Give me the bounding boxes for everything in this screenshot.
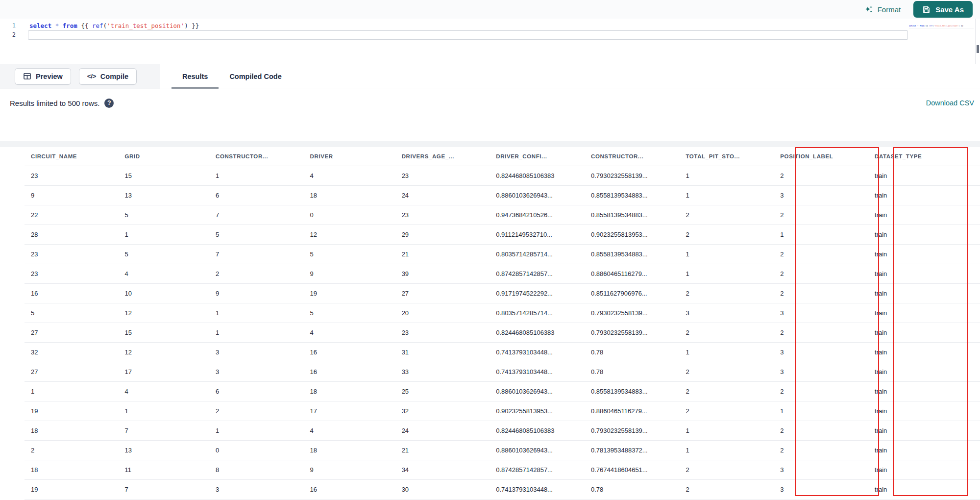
cell: 0.8511627906976... <box>585 283 679 303</box>
format-button[interactable]: Format <box>864 5 901 14</box>
cell: 3 <box>679 303 774 323</box>
cell: 7 <box>118 479 209 499</box>
cell: 2 <box>679 225 774 244</box>
cell: 18 <box>304 185 395 205</box>
editor-scrollbar[interactable] <box>975 19 976 64</box>
cell: 27 <box>395 283 490 303</box>
question-mark-circle-icon[interactable]: ? <box>104 99 114 108</box>
cell: 10 <box>118 283 209 303</box>
cell: 1 <box>679 440 774 460</box>
cell: 2 <box>679 381 774 401</box>
format-label: Format <box>878 5 901 14</box>
code-token <box>88 22 92 29</box>
cell: 24 <box>395 185 490 205</box>
column-header: CIRCUIT_NAME <box>24 147 118 166</box>
preview-button[interactable]: Preview <box>15 68 71 85</box>
cell: 11 <box>118 460 209 479</box>
tab-results[interactable]: Results <box>176 64 214 89</box>
cell: 16 <box>24 283 118 303</box>
compile-label: Compile <box>100 73 128 80</box>
cell: 0.8558139534883... <box>585 381 679 401</box>
code-token: select <box>29 22 51 29</box>
cell: 0.8860465116279... <box>585 401 679 421</box>
cell: 0.9473684210526... <box>490 205 585 225</box>
code-token: }} <box>961 25 963 27</box>
cell: 1 <box>24 381 118 401</box>
column-header: DRIVERS_AGE_... <box>395 147 490 166</box>
column-header: TOTAL_PIT_STO... <box>679 147 774 166</box>
code-token: ) <box>184 22 188 29</box>
tab-compiled-code[interactable]: Compiled Code <box>223 64 287 89</box>
cell: 18 <box>24 460 118 479</box>
scrollbar-thumb[interactable] <box>977 45 979 53</box>
cell: 0.8860465116279... <box>585 264 679 283</box>
column-header: DRIVER <box>304 147 395 166</box>
code-token: {{ <box>81 22 88 29</box>
download-csv-link[interactable]: Download CSV <box>926 99 974 107</box>
cell: 16 <box>304 479 395 499</box>
cell: 0.9023255813953... <box>585 225 679 244</box>
cell: 1 <box>679 264 774 283</box>
cell: 4 <box>118 264 209 283</box>
cell: 24 <box>395 421 490 440</box>
cell: 32 <box>395 401 490 421</box>
editor-minimap[interactable]: select * from {{ ref('train_test_positio… <box>909 25 974 28</box>
cell: 0.8035714285714... <box>490 303 585 323</box>
cell: 28 <box>24 225 118 244</box>
cell: 0.8742857142857... <box>490 264 585 283</box>
cell: 21 <box>395 440 490 460</box>
cell: 23 <box>24 264 118 283</box>
code-token <box>59 22 63 29</box>
cell: 19 <box>24 401 118 421</box>
cell: 21 <box>395 244 490 264</box>
code-line[interactable]: 1select * from {{ ref('train_test_positi… <box>0 21 980 30</box>
cell: 17 <box>304 401 395 421</box>
compile-button[interactable]: </> Compile <box>79 68 137 85</box>
cell: 5 <box>304 244 395 264</box>
highlight-box-position-label <box>795 147 879 496</box>
line-number: 2 <box>0 30 20 40</box>
cell: 0.7930232558139... <box>585 166 679 185</box>
cell: 0.7674418604651... <box>585 460 679 479</box>
code-icon: </> <box>87 73 96 80</box>
cell: 17 <box>118 362 209 381</box>
cell: 0.7930232558139... <box>585 421 679 440</box>
save-as-label: Save As <box>935 5 964 14</box>
cell: 1 <box>118 401 209 421</box>
sql-editor[interactable]: 1select * from {{ ref('train_test_positi… <box>0 19 980 64</box>
cell: 32 <box>24 342 118 362</box>
cell: 1 <box>679 166 774 185</box>
cell: 4 <box>304 421 395 440</box>
code-token: ref <box>92 22 103 29</box>
cell: 0.7413793103448... <box>490 362 585 381</box>
cell: 2 <box>679 479 774 499</box>
cell: 23 <box>395 166 490 185</box>
cell: 5 <box>209 225 304 244</box>
column-header: GRID <box>118 147 209 166</box>
cell: 27 <box>24 362 118 381</box>
cell: 2 <box>679 283 774 303</box>
cell: 0.8860103626943... <box>490 440 585 460</box>
cell: 2 <box>679 460 774 479</box>
code-line[interactable]: 2 <box>0 30 980 40</box>
cell: 5 <box>118 244 209 264</box>
cell: 0.78 <box>585 479 679 499</box>
cell: 0.8035714285714... <box>490 244 585 264</box>
cell: 34 <box>395 460 490 479</box>
cell: 9 <box>209 283 304 303</box>
cell: 1 <box>679 244 774 264</box>
save-as-button[interactable]: Save As <box>913 1 973 18</box>
cell: 1 <box>209 303 304 323</box>
preview-label: Preview <box>36 73 63 80</box>
cell: 13 <box>118 440 209 460</box>
cell: 23 <box>395 205 490 225</box>
cell: 2 <box>24 440 118 460</box>
cell: 0.9023255813953... <box>490 401 585 421</box>
cell: 12 <box>118 303 209 323</box>
cell: 1 <box>679 185 774 205</box>
cell: 31 <box>395 342 490 362</box>
cell: 16 <box>304 342 395 362</box>
cell: 1 <box>209 166 304 185</box>
cell: 0.7413793103448... <box>490 342 585 362</box>
cell: 6 <box>209 381 304 401</box>
